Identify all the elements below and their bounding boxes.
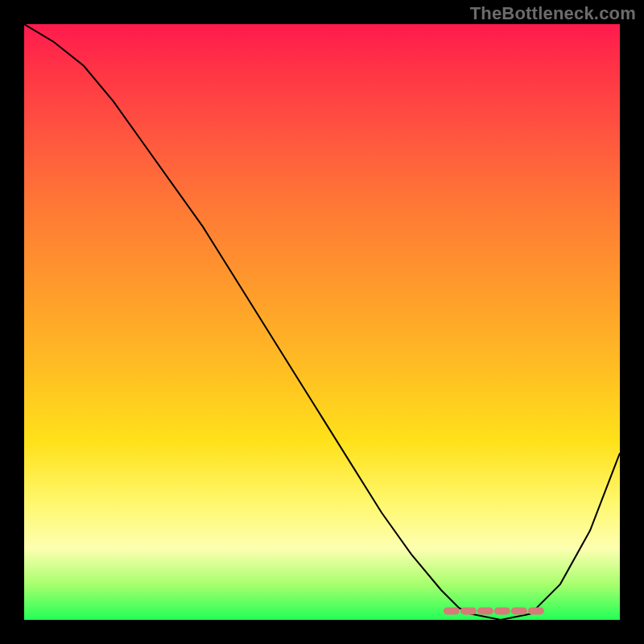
watermark-text: TheBottleneck.com <box>470 3 636 24</box>
chart-frame: TheBottleneck.com <box>0 0 644 644</box>
bottleneck-curve <box>24 24 620 620</box>
curve-svg <box>24 24 620 620</box>
plot-area <box>24 24 620 620</box>
